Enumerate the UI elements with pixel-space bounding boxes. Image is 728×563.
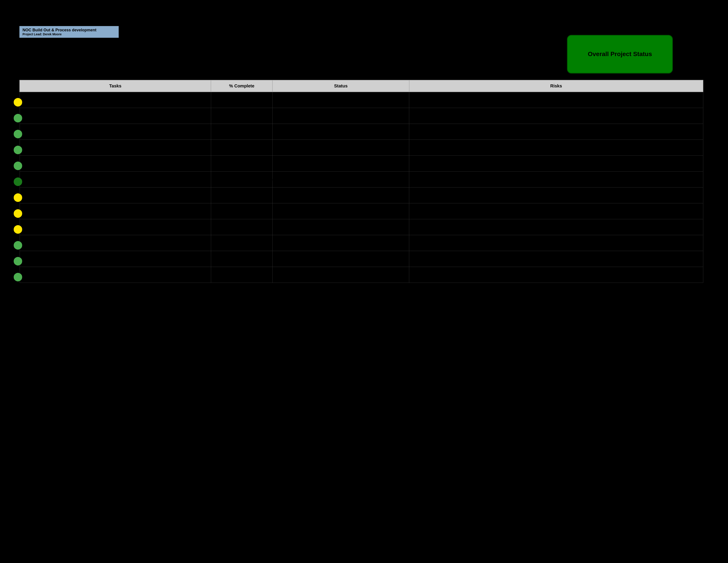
table-row: [20, 139, 703, 155]
pct-cell: [211, 267, 272, 283]
leaf-green-icon-2: ⬤: [13, 113, 23, 122]
status-cell: [272, 251, 409, 267]
col-header-tasks: Tasks: [20, 80, 211, 92]
task-cell: [20, 267, 211, 283]
risks-cell: [409, 108, 703, 124]
leaf-yellow-icon-9: ⬤: [13, 224, 23, 233]
status-cell: [272, 139, 409, 155]
pct-cell: [211, 203, 272, 219]
project-lead-label: Project Lead:: [23, 32, 42, 36]
table-row: [20, 251, 703, 267]
status-icon-4: ⬤: [12, 143, 24, 156]
task-cell: [20, 155, 211, 171]
pct-cell: [211, 235, 272, 251]
risks-cell: [409, 251, 703, 267]
table-row: [20, 267, 703, 283]
status-icon-9: ⬤: [12, 222, 24, 235]
status-icon-12: ⬤: [12, 270, 24, 283]
leaf-yellow-icon-7: ⬤: [13, 193, 23, 201]
risks-cell: [409, 171, 703, 187]
risks-cell: [409, 267, 703, 283]
risks-cell: [409, 155, 703, 171]
risks-cell: [409, 139, 703, 155]
task-cell: [20, 219, 211, 235]
project-lead: Project Lead: Derek Moore: [23, 32, 116, 36]
col-header-status: Status: [272, 80, 409, 92]
status-cell: [272, 235, 409, 251]
project-lead-name: Derek Moore: [43, 32, 62, 36]
leaf-dark-icon-6: ⬤: [13, 177, 23, 185]
project-title: NOC Build Out & Process development: [23, 28, 116, 32]
leaf-green-icon-11: ⬤: [13, 256, 23, 265]
status-icon-6: ⬤: [12, 174, 24, 188]
table-row: [20, 219, 703, 235]
risks-cell: [409, 187, 703, 203]
leaf-green-icon-12: ⬤: [13, 272, 23, 280]
status-cell: [272, 108, 409, 124]
status-cell: [272, 92, 409, 108]
task-cell: [20, 139, 211, 155]
pct-cell: [211, 124, 272, 139]
task-cell: [20, 124, 211, 139]
task-cell: [20, 92, 211, 108]
pct-cell: [211, 219, 272, 235]
table-row: [20, 203, 703, 219]
project-header: NOC Build Out & Process development Proj…: [19, 26, 119, 38]
status-icon-10: ⬤: [12, 238, 24, 251]
task-table-container: Tasks % Complete Status Risks: [19, 80, 703, 283]
status-cell: [272, 124, 409, 139]
table-row: [20, 235, 703, 251]
status-icon-7: ⬤: [12, 190, 24, 203]
pct-cell: [211, 139, 272, 155]
risks-cell: [409, 92, 703, 108]
table-row: [20, 124, 703, 139]
leaf-green-icon-3: ⬤: [13, 129, 23, 137]
table-row: [20, 155, 703, 171]
table-row: [20, 171, 703, 187]
complete-label: Complete: [272, 176, 304, 184]
task-cell: [20, 108, 211, 124]
task-cell: [20, 171, 211, 187]
table-row: [20, 108, 703, 124]
risks-cell: [409, 235, 703, 251]
leaf-green-icon-4: ⬤: [13, 145, 23, 153]
leaf-yellow-icon-1: ⬤: [13, 97, 23, 106]
status-icon-8: ⬤: [12, 206, 24, 219]
status-icon-11: ⬤: [12, 254, 24, 267]
leaf-green-icon-10: ⬤: [13, 240, 23, 249]
overall-project-status-label: Overall Project Status: [588, 50, 652, 58]
pct-cell: [211, 92, 272, 108]
complete-badge: Complete: [258, 169, 318, 190]
leaf-green-icon-5: ⬤: [13, 161, 23, 169]
table-row: [20, 92, 703, 108]
status-icons-column: ⬤ ⬤ ⬤ ⬤ ⬤ ⬤ ⬤ ⬤ ⬤ ⬤ ⬤ ⬤: [12, 95, 24, 286]
col-header-pct-complete: % Complete: [211, 80, 272, 92]
status-cell: [272, 203, 409, 219]
task-cell: [20, 203, 211, 219]
overall-project-status-button[interactable]: Overall Project Status: [567, 35, 673, 73]
status-cell: [272, 219, 409, 235]
risks-cell: [409, 203, 703, 219]
task-cell: [20, 187, 211, 203]
risks-cell: [409, 124, 703, 139]
col-header-risks: Risks: [409, 80, 703, 92]
table-row: [20, 187, 703, 203]
task-cell: [20, 251, 211, 267]
status-icon-1: ⬤: [12, 95, 24, 108]
task-table: Tasks % Complete Status Risks: [19, 80, 703, 283]
status-cell: [272, 267, 409, 283]
risks-cell: [409, 219, 703, 235]
status-icon-2: ⬤: [12, 111, 24, 124]
task-cell: [20, 235, 211, 251]
leaf-yellow-icon-8: ⬤: [13, 209, 23, 217]
status-icon-3: ⬤: [12, 127, 24, 140]
pct-cell: [211, 108, 272, 124]
status-icon-5: ⬤: [12, 158, 24, 172]
pct-cell: [211, 251, 272, 267]
